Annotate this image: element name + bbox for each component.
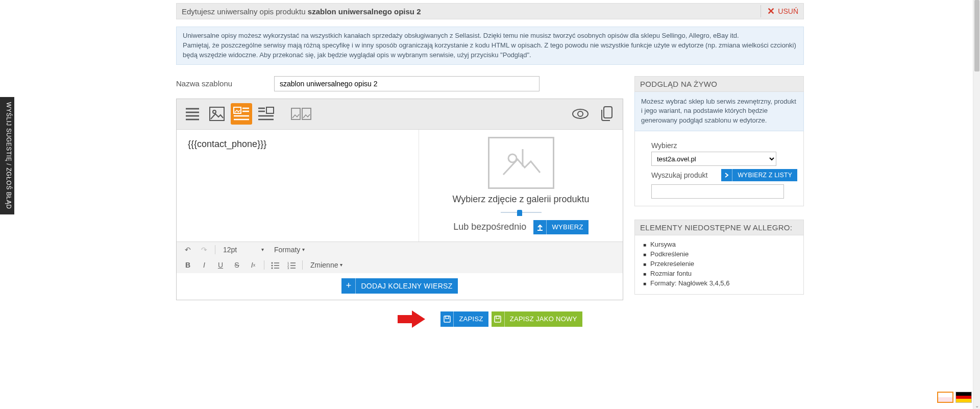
preview-info: Możesz wybrać sklep lub serwis zewnętrzn… xyxy=(634,92,804,132)
svg-point-25 xyxy=(272,264,273,266)
svg-rect-38 xyxy=(495,316,501,322)
layout-toolbar xyxy=(177,99,623,130)
undo-button[interactable]: ↶ xyxy=(181,243,195,256)
svg-rect-36 xyxy=(444,316,450,322)
layout-text-only-icon[interactable] xyxy=(182,103,203,125)
template-name-label: Nazwa szablonu xyxy=(176,79,268,88)
svg-point-5 xyxy=(213,110,216,113)
template-name-input[interactable] xyxy=(274,76,540,91)
language-switcher xyxy=(937,392,972,403)
search-label: Wyszukaj produkt xyxy=(651,171,707,179)
list-item: Przekreśelenie xyxy=(643,259,797,269)
plus-icon: + xyxy=(341,278,356,294)
save-icon xyxy=(440,311,454,327)
list-item: Formaty: Nagłówek 3,4,5,6 xyxy=(643,278,797,288)
editor-text-pane[interactable]: {{{contact_phone}}} xyxy=(177,130,419,242)
svg-point-24 xyxy=(272,262,273,263)
bullet-list-button[interactable] xyxy=(268,258,282,272)
bold-button[interactable]: B xyxy=(181,258,195,272)
svg-rect-11 xyxy=(266,107,274,113)
svg-rect-20 xyxy=(604,107,612,118)
scroll-down-icon[interactable]: ⌄ xyxy=(973,402,980,409)
copy-icon[interactable] xyxy=(596,103,618,125)
layout-image-only-icon[interactable] xyxy=(206,103,228,125)
close-icon: ✕ xyxy=(767,6,775,17)
search-product-input[interactable] xyxy=(651,184,784,199)
layout-image-text-icon[interactable] xyxy=(255,103,277,125)
preview-icon[interactable] xyxy=(570,103,591,125)
image-size-slider[interactable] xyxy=(501,210,542,215)
upload-icon xyxy=(533,220,547,234)
unavailable-list: Kursywa Podkreślenie Przekreśelenie Rozm… xyxy=(634,235,804,295)
save-button[interactable]: ZAPISZ xyxy=(440,311,488,327)
list-item: Kursywa xyxy=(643,239,797,249)
editor-image-pane: Wybierz zdjęcie z galerii produktu Lub b… xyxy=(419,130,623,242)
scrollbar[interactable]: ⌄ xyxy=(973,0,980,409)
clear-format-button[interactable]: Ix xyxy=(246,258,260,272)
page-header: Edytujesz uniwersalny opis produktu szab… xyxy=(176,3,804,19)
svg-text:3: 3 xyxy=(287,267,289,270)
image-caption: Wybierz zdjęcie z galerii produktu xyxy=(453,194,590,205)
choose-from-list-button[interactable]: WYBIERZ Z LISTY xyxy=(721,169,797,181)
save-icon xyxy=(492,311,505,327)
variables-dropdown[interactable]: Zmienne▾ xyxy=(306,261,347,269)
feedback-tab[interactable]: WYŚLIJ SUGESTIĘ / ZGŁOŚ BŁĄD xyxy=(0,97,14,214)
scrollbar-thumb[interactable] xyxy=(974,0,979,71)
add-row-button[interactable]: + DODAJ KOLEJNY WIERSZ xyxy=(341,278,457,294)
number-list-button[interactable]: 123 xyxy=(284,258,299,272)
flag-pl[interactable] xyxy=(937,392,953,403)
list-item: Rozmiar fontu xyxy=(643,269,797,278)
italic-button[interactable]: I xyxy=(197,258,211,272)
layout-double-image-icon[interactable] xyxy=(289,103,313,125)
editor: {{{contact_phone}}} Wybierz zdjęcie z ga… xyxy=(176,99,623,300)
list-item: Podkreślenie xyxy=(643,249,797,259)
font-size-dropdown[interactable]: 12pt▾ xyxy=(219,246,268,254)
strike-button[interactable]: S xyxy=(230,258,244,272)
image-placeholder-icon[interactable] xyxy=(488,137,554,189)
formats-dropdown[interactable]: Formaty▾ xyxy=(270,246,309,254)
chevron-right-icon xyxy=(721,169,732,181)
svg-point-18 xyxy=(573,109,588,118)
redo-button[interactable]: ↷ xyxy=(197,243,211,256)
format-toolbar: ↶ ↷ 12pt▾ Formaty▾ B I U xyxy=(177,242,623,273)
flag-de[interactable] xyxy=(955,392,972,403)
info-banner: Uniwersalne opisy możesz wykorzystać na … xyxy=(176,27,804,65)
page-title: Edytujesz uniwersalny opis produktu szab… xyxy=(182,7,421,16)
layout-text-image-icon[interactable] xyxy=(231,103,252,125)
arrow-annotation xyxy=(398,311,427,327)
svg-rect-4 xyxy=(210,107,224,121)
save-as-new-button[interactable]: ZAPISZ JAKO NOWY xyxy=(492,311,582,327)
svg-point-19 xyxy=(578,111,583,116)
shop-select[interactable]: test2a.ovel.pl xyxy=(651,152,776,166)
or-text: Lub bezpośrednio xyxy=(453,222,526,232)
unavailable-panel-header: ELEMENTY NIEDOSTĘPNE W ALLEGRO: xyxy=(634,220,804,235)
delete-button[interactable]: ✕ USUŃ xyxy=(761,5,798,17)
select-label: Wybierz xyxy=(651,141,797,150)
underline-button[interactable]: U xyxy=(213,258,228,272)
preview-panel-header: PODGLĄD NA ŻYWO xyxy=(634,76,804,92)
choose-image-button[interactable]: WYBIERZ xyxy=(533,220,588,234)
svg-point-26 xyxy=(272,267,273,269)
